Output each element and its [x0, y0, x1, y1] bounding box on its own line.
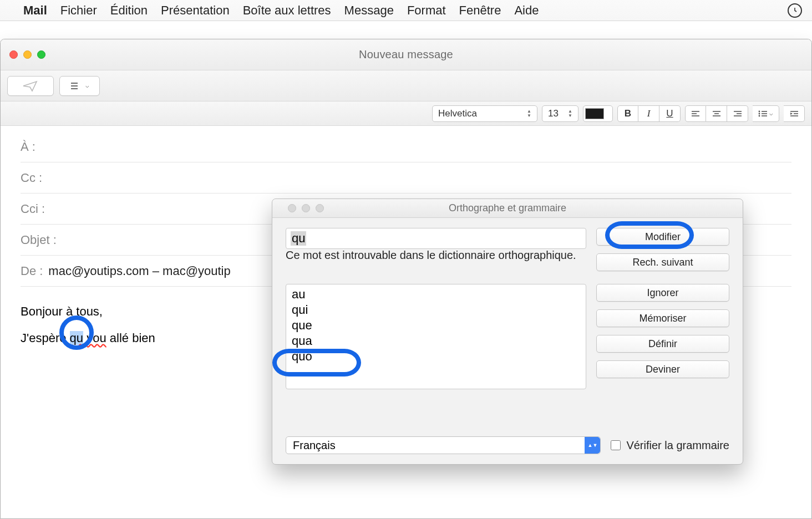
- font-size-value: 13: [548, 108, 559, 119]
- menu-aide[interactable]: Aide: [514, 3, 539, 18]
- check-grammar-input[interactable]: [611, 440, 621, 450]
- stepper-icon: ▲▼: [568, 109, 572, 118]
- panel-close-button[interactable]: [288, 204, 296, 212]
- suggestion-item[interactable]: quo: [286, 349, 586, 364]
- menu-fichier[interactable]: Fichier: [60, 3, 97, 18]
- align-right-button[interactable]: [727, 105, 748, 122]
- spelling-panel: Orthographe et grammaire qu Modifier Rec…: [272, 199, 743, 465]
- spelling-panel-titlebar: Orthographe et grammaire: [272, 199, 743, 218]
- svg-point-12: [759, 110, 760, 112]
- header-fields-button[interactable]: ⌵: [59, 76, 100, 96]
- font-size-select[interactable]: 13 ▲▼: [542, 105, 578, 122]
- send-button[interactable]: [7, 76, 54, 96]
- menu-presentation[interactable]: Présentation: [161, 3, 230, 18]
- svg-point-16: [759, 115, 760, 116]
- cc-field[interactable]: Cc :: [21, 162, 791, 194]
- suggestion-item[interactable]: au: [286, 287, 586, 302]
- suggestions-list[interactable]: au qui que qua quo: [286, 284, 586, 389]
- panel-minimize-button[interactable]: [302, 204, 310, 212]
- align-group: [685, 105, 748, 122]
- font-family-value: Helvetica: [438, 108, 477, 119]
- font-family-select[interactable]: Helvetica ▲▼: [432, 105, 537, 122]
- subject-label: Objet :: [21, 233, 57, 247]
- from-value: mac@youtips.com – mac@youtip: [48, 264, 230, 278]
- app-menu[interactable]: Mail: [23, 3, 47, 18]
- panel-zoom-button[interactable]: [316, 204, 324, 212]
- close-button[interactable]: [9, 50, 18, 59]
- misspelled-word-value: qu: [291, 231, 306, 246]
- menu-edition[interactable]: Édition: [110, 3, 148, 18]
- spelling-panel-title: Orthographe et grammaire: [449, 202, 566, 214]
- suggestion-item[interactable]: qui: [286, 302, 586, 318]
- zoom-button[interactable]: [37, 50, 45, 59]
- to-field[interactable]: À :: [21, 131, 791, 162]
- learn-button[interactable]: Mémoriser: [596, 309, 729, 327]
- cc-label: Cc :: [21, 171, 42, 185]
- spelling-message: Ce mot est introuvable dans le dictionna…: [286, 248, 729, 263]
- suggestion-item[interactable]: qua: [286, 333, 586, 349]
- svg-point-14: [759, 113, 760, 114]
- clock-icon[interactable]: [788, 3, 802, 18]
- style-group: B I U: [617, 105, 681, 122]
- suggestion-item[interactable]: que: [286, 318, 586, 333]
- misspelled-word: vou: [87, 331, 106, 345]
- misspelled-word-field[interactable]: qu: [286, 228, 586, 249]
- list-group: ⌵: [753, 105, 779, 122]
- compose-toolbar: ⌵: [1, 70, 811, 101]
- menu-boite[interactable]: Boîte aux lettres: [243, 3, 331, 18]
- to-label: À :: [21, 140, 35, 154]
- format-bar: Helvetica ▲▼ 13 ▲▼ B I U ⌵: [1, 101, 811, 126]
- text-color-button[interactable]: [583, 105, 613, 122]
- menu-bar: Mail Fichier Édition Présentation Boîte …: [0, 0, 812, 21]
- check-grammar-label: Vérifier la grammaire: [626, 439, 729, 452]
- italic-button[interactable]: I: [638, 105, 659, 122]
- chevron-updown-icon: ▲▼: [585, 437, 600, 454]
- stepper-icon: ▲▼: [527, 109, 531, 118]
- selected-misspelled-word: qu: [70, 331, 83, 345]
- window-controls: [1, 50, 45, 59]
- bcc-label: Cci :: [21, 202, 45, 216]
- check-grammar-checkbox[interactable]: Vérifier la grammaire: [611, 439, 729, 452]
- align-left-button[interactable]: [685, 105, 706, 122]
- color-swatch: [585, 108, 604, 119]
- list-style-button[interactable]: ⌵: [753, 105, 779, 122]
- underline-button[interactable]: U: [659, 105, 681, 122]
- panel-window-controls: [279, 204, 324, 212]
- bold-button[interactable]: B: [617, 105, 638, 122]
- outdent-button[interactable]: [784, 105, 805, 122]
- minimize-button[interactable]: [23, 50, 32, 59]
- modify-button[interactable]: Modifier: [596, 228, 729, 246]
- from-label: De :: [21, 264, 43, 278]
- window-titlebar: Nouveau message: [1, 39, 811, 70]
- indent-group: [784, 105, 805, 122]
- ignore-button[interactable]: Ignorer: [596, 284, 729, 302]
- menu-message[interactable]: Message: [344, 3, 394, 18]
- menu-format[interactable]: Format: [407, 3, 446, 18]
- menu-fenetre[interactable]: Fenêtre: [459, 3, 501, 18]
- svg-marker-19: [790, 113, 793, 115]
- language-value: Français: [293, 439, 336, 452]
- language-select[interactable]: Français ▲▼: [286, 436, 601, 454]
- window-title: Nouveau message: [359, 48, 453, 61]
- guess-button[interactable]: Deviner: [596, 360, 729, 378]
- align-center-button[interactable]: [706, 105, 727, 122]
- define-button[interactable]: Définir: [596, 335, 729, 353]
